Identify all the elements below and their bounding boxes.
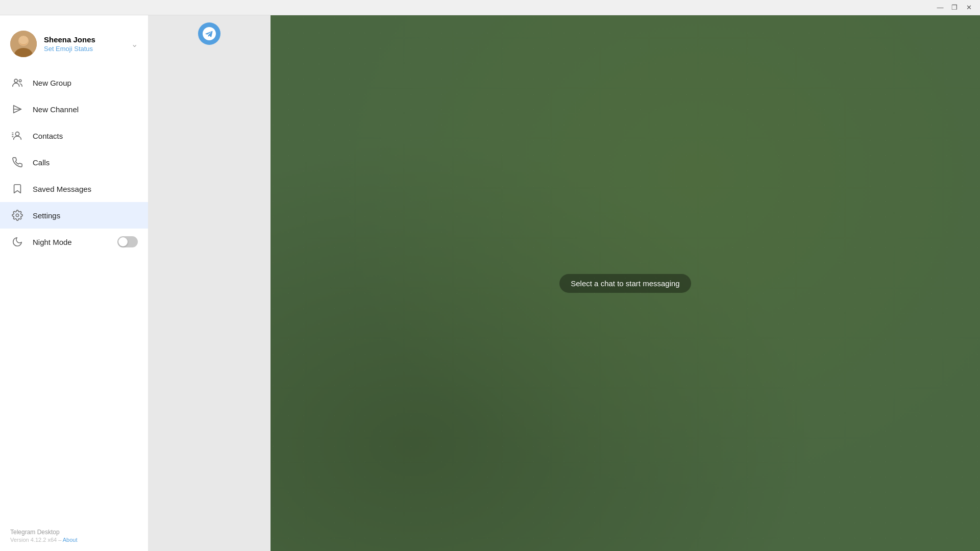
bookmark-icon: [10, 182, 24, 196]
menu-item-new-channel-label: New Channel: [33, 105, 138, 114]
svg-point-6: [19, 80, 21, 82]
contacts-icon: [10, 129, 24, 143]
app-name: Telegram Desktop: [10, 529, 138, 536]
profile-name: Sheena Jones: [44, 35, 127, 44]
svg-point-5: [14, 79, 17, 82]
menu-item-new-group-label: New Group: [33, 79, 138, 87]
menu-item-saved-messages[interactable]: Saved Messages: [0, 176, 148, 202]
avatar-image: [10, 31, 37, 57]
menu-item-night-mode[interactable]: Night Mode: [0, 229, 148, 255]
night-mode-toggle[interactable]: [117, 236, 138, 247]
svg-point-7: [15, 132, 19, 136]
chat-area: Select a chat to start messaging: [271, 15, 980, 551]
profile-info: Sheena Jones Set Emoji Status: [44, 35, 127, 53]
select-chat-message: Select a chat to start messaging: [559, 274, 691, 293]
menu-item-new-channel[interactable]: New Channel: [0, 96, 148, 122]
settings-icon: [10, 208, 24, 222]
chevron-down-icon: ⌄: [131, 39, 138, 49]
menu-item-settings-label: Settings: [33, 211, 138, 220]
menu-item-night-mode-label: Night Mode: [33, 238, 117, 246]
svg-point-8: [16, 214, 19, 217]
night-mode-icon: [10, 235, 24, 249]
telegram-icon: [203, 27, 216, 40]
about-link[interactable]: About: [63, 537, 78, 543]
main-container: Sheena Jones Set Emoji Status ⌄ New Grou…: [0, 15, 980, 551]
app-version: Version 4.12.2 x64 – About: [10, 537, 138, 543]
avatar: [10, 31, 37, 57]
menu-item-contacts[interactable]: Contacts: [0, 122, 148, 149]
group-icon: [10, 76, 24, 90]
menu-item-calls[interactable]: Calls: [0, 149, 148, 176]
menu-panel: Sheena Jones Set Emoji Status ⌄ New Grou…: [0, 15, 148, 551]
menu-items: New Group New Channel: [0, 67, 148, 520]
svg-point-4: [19, 36, 28, 44]
title-bar: — ❐ ✕: [0, 0, 980, 15]
menu-item-settings[interactable]: Settings: [0, 202, 148, 229]
profile-section[interactable]: Sheena Jones Set Emoji Status ⌄: [0, 26, 148, 67]
close-button[interactable]: ✕: [962, 3, 976, 13]
menu-item-contacts-label: Contacts: [33, 132, 138, 140]
menu-item-calls-label: Calls: [33, 158, 138, 167]
channel-icon: [10, 102, 24, 116]
calls-icon: [10, 155, 24, 169]
menu-item-new-group[interactable]: New Group: [0, 69, 148, 96]
maximize-button[interactable]: ❐: [947, 3, 962, 13]
chat-list-panel: [148, 15, 271, 551]
toggle-knob: [118, 237, 128, 246]
minimize-button[interactable]: —: [933, 3, 947, 13]
profile-status[interactable]: Set Emoji Status: [44, 45, 127, 53]
telegram-logo[interactable]: [198, 22, 220, 45]
menu-item-saved-messages-label: Saved Messages: [33, 185, 138, 193]
menu-footer: Telegram Desktop Version 4.12.2 x64 – Ab…: [0, 520, 148, 551]
